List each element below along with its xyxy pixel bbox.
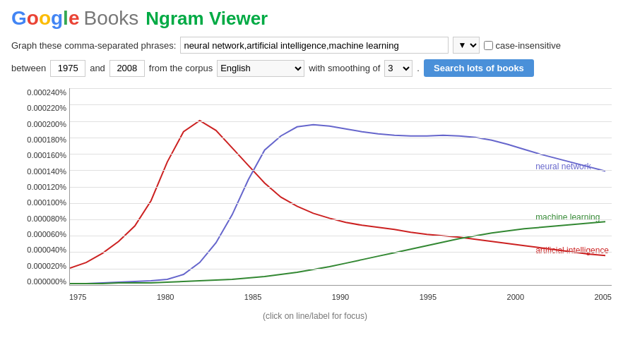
grid-line [70,219,612,220]
smoothing-label: with smoothing of [309,63,380,73]
phrase-dropdown[interactable]: ▼ [453,37,480,54]
corpus-label: from the corpus [149,63,213,73]
y-label-9: 0.000060% [27,230,66,238]
and-label: and [90,63,105,73]
grid-line [70,236,612,236]
y-label-8: 0.000080% [27,214,66,223]
grid-line [70,170,612,171]
corpus-select[interactable]: English American English British English… [217,60,304,77]
y-axis: 0.000240% 0.000220% 0.000200% 0.000180% … [18,88,69,286]
neural-network-line[interactable] [70,125,605,284]
ngram-viewer-title: Ngram Viewer [146,8,268,30]
books-logo-text: Books [83,7,138,30]
y-label-1: 0.000220% [27,104,66,112]
artificial-intelligence-line[interactable] [70,121,605,268]
year-to-input[interactable] [109,60,145,77]
x-label-2000: 2000 [507,293,524,301]
x-label-1980: 1980 [157,293,174,301]
controls-row1: Graph these comma-separated phrases: ▼ c… [11,37,612,54]
grid-line [70,138,612,138]
plot-area: neural network artificial intelligence m… [69,88,612,286]
grid-line [70,121,612,122]
x-label-1985: 1985 [244,293,261,301]
x-label-2005: 2005 [594,293,611,301]
y-label-10: 0.000040% [27,245,66,254]
chart-container: 0.000240% 0.000220% 0.000200% 0.000180% … [18,88,612,321]
grid-line [70,104,612,105]
grid-line [70,269,612,269]
year-from-input[interactable] [50,60,85,77]
case-insensitive-checkbox[interactable] [484,41,493,50]
chart-area: 0.000240% 0.000220% 0.000200% 0.000180% … [18,88,612,307]
y-label-4: 0.000160% [27,151,66,159]
period-separator: . [417,63,420,73]
grid-line [70,203,612,204]
y-label-0: 0.000240% [27,88,66,97]
controls-row2: between and from the corpus English Amer… [11,59,612,77]
artificial-intelligence-line-label[interactable]: artificial intelligence [535,245,609,255]
y-label-7: 0.000100% [27,198,66,207]
y-label-6: 0.000120% [27,183,66,191]
header: Google Books Ngram Viewer [11,7,612,30]
graph-label: Graph these comma-separated phrases: [11,40,176,51]
y-label-12: 0.000000% [27,277,66,286]
grid-line [70,88,612,89]
chart-footer: (click on line/label for focus) [18,311,612,321]
google-logo: Google [11,7,79,30]
y-label-11: 0.000020% [27,262,66,270]
x-label-1975: 1975 [69,293,86,301]
between-label: between [11,63,46,73]
y-label-2: 0.000200% [27,120,66,128]
y-label-3: 0.000180% [27,135,66,144]
x-label-1995: 1995 [420,293,437,301]
x-label-1990: 1990 [332,293,349,301]
grid-line [70,154,612,154]
machine-learning-line-label[interactable]: machine learning [535,212,600,222]
grid-line [70,252,612,253]
smoothing-select[interactable]: 0 1 2 3 4 5 [384,60,413,77]
phrase-input[interactable] [180,37,449,54]
case-insensitive-label: case-insensitive [484,40,561,51]
grid-line [70,187,612,188]
search-button[interactable]: Search lots of books [424,59,534,77]
y-label-5: 0.000140% [27,167,66,176]
x-axis-labels: 1975 1980 1985 1990 1995 2000 2005 [69,293,612,301]
